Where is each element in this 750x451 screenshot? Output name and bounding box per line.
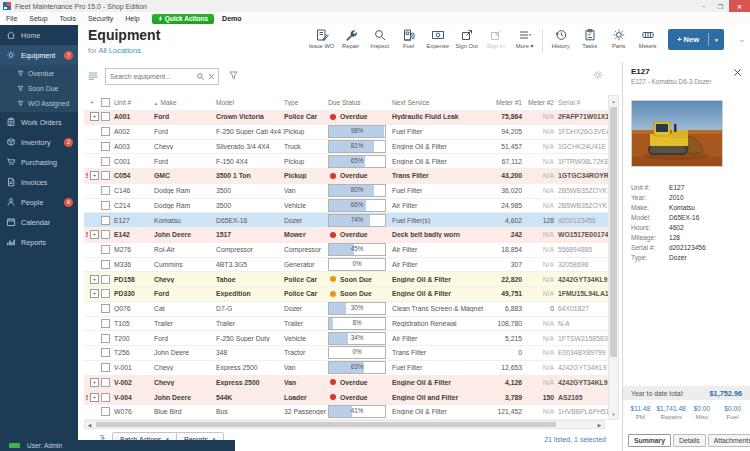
search-input[interactable] [106, 73, 196, 80]
table-row[interactable]: !+E142John Deere1517MowerOverdueDeck bel… [84, 228, 608, 243]
row-checkbox[interactable] [101, 171, 110, 180]
sidebar-item-home[interactable]: Home [0, 25, 78, 45]
table-row[interactable]: Q076CatD7-GDozer30%Clean Trans Screen & … [84, 302, 608, 317]
row-expand-toggle[interactable]: + [90, 393, 101, 402]
header-make[interactable]: ▲Make [154, 99, 216, 106]
toolbar-button-inspect[interactable]: Inspect [365, 28, 394, 49]
toolbar-button-sign-out[interactable]: Sign Out [452, 28, 481, 49]
header-due-status[interactable]: Due Status [328, 99, 392, 106]
sidebar-filter-overdue[interactable]: Overdue [0, 66, 78, 81]
table-row[interactable]: +PD330FordExpeditionPolice CarSoon DueEn… [84, 287, 608, 302]
sidebar-item-inventory[interactable]: Inventory2 [0, 132, 78, 152]
scroll-down-arrow[interactable]: ▼ [609, 409, 618, 419]
expand-plus-icon[interactable]: + [90, 289, 99, 298]
sidebar-item-reports[interactable]: Reports [0, 232, 78, 252]
row-checkbox[interactable] [101, 348, 110, 357]
header-expand-all[interactable]: + [90, 99, 101, 106]
menu-item-file[interactable]: File [0, 15, 23, 22]
menu-item-security[interactable]: Security [82, 15, 119, 22]
table-row[interactable]: T256John Deere348Tractor0%Trans Filter0N… [84, 346, 608, 361]
table-row[interactable]: M336Cummins4BT3.3G5Generator0%Air Filter… [84, 258, 608, 273]
row-checkbox[interactable] [101, 407, 110, 416]
sidebar-item-invoices[interactable]: Invoices [0, 172, 78, 192]
expand-plus-icon[interactable]: + [90, 171, 99, 180]
row-checkbox[interactable] [101, 201, 110, 210]
row-checkbox[interactable] [101, 393, 110, 402]
sidebar-item-purchasing[interactable]: Purchasing [0, 152, 78, 172]
table-row[interactable]: !+C054GMC3500 1 TonPickupOverdueTrans Fi… [84, 169, 608, 184]
table-row[interactable]: W076Blue BirdBus32 Passenger41%Engine Oi… [84, 405, 608, 420]
table-row[interactable]: +A001FordCrown VictoriaPolice CarOverdue… [84, 110, 608, 125]
clear-search-icon[interactable] [207, 72, 216, 81]
row-expand-toggle[interactable]: + [90, 230, 101, 239]
toolbar-button-parts[interactable]: Parts [604, 28, 633, 49]
header-serial[interactable]: Serial # [554, 99, 608, 106]
toolbar-button-issue-wo[interactable]: Issue WO [307, 28, 336, 49]
tab-summary[interactable]: Summary [628, 434, 671, 447]
header-model[interactable]: Model [216, 99, 284, 106]
row-checkbox[interactable] [101, 186, 110, 195]
expand-plus-icon[interactable]: + [90, 275, 99, 284]
row-checkbox[interactable] [101, 319, 110, 328]
restore-button[interactable]: ❐ [712, 0, 729, 12]
row-checkbox[interactable] [101, 230, 110, 239]
horizontal-scrollbar[interactable]: ◀ ▶ [84, 420, 605, 429]
expand-plus-icon[interactable]: + [90, 112, 99, 121]
header-unit[interactable]: Unit # [114, 99, 154, 106]
sidebar-item-calendar[interactable]: Calendar [0, 212, 78, 232]
sidebar-item-people[interactable]: People6 [0, 192, 78, 212]
table-row[interactable]: T200FordF-250 Super DutyVehicle34%Air Fi… [84, 331, 608, 346]
row-checkbox[interactable] [101, 112, 110, 121]
row-checkbox[interactable] [101, 127, 110, 136]
table-row[interactable]: C146Dodge Ram3500Van80%Fuel Filter36,020… [84, 184, 608, 199]
row-checkbox[interactable] [101, 245, 110, 254]
table-row[interactable]: C001FordF-150 4X4Pickup65%Engine Oil & F… [84, 154, 608, 169]
toolbar-button-more[interactable]: More ▾ [510, 28, 539, 49]
row-checkbox[interactable] [101, 216, 110, 225]
toolbar-overflow-chevron-icon[interactable] [738, 37, 746, 45]
search-icon[interactable] [196, 72, 205, 81]
table-row[interactable]: A003ChevySilverado 3/4 4X4Truck81%Engine… [84, 140, 608, 155]
row-checkbox[interactable] [101, 378, 110, 387]
filter-funnel-icon[interactable] [228, 70, 239, 81]
table-row[interactable]: +PD158ChevyTahoePolice CarSoon DueEngine… [84, 272, 608, 287]
row-checkbox[interactable] [101, 363, 110, 372]
select-all-checkbox[interactable] [101, 98, 110, 107]
row-checkbox[interactable] [101, 289, 110, 298]
row-checkbox[interactable] [101, 334, 110, 343]
horizontal-scroll-thumb[interactable] [96, 422, 556, 427]
table-row[interactable]: T105TrailerTrailerTrailer8%Registration … [84, 317, 608, 332]
row-expand-toggle[interactable]: + [90, 378, 101, 387]
quick-actions-button[interactable]: Quick Actions [152, 14, 214, 24]
row-checkbox[interactable] [101, 260, 110, 269]
row-expand-toggle[interactable]: + [90, 171, 101, 180]
toolbar-button-expense[interactable]: Expense [423, 28, 452, 49]
toolbar-button-history[interactable]: History [546, 28, 575, 49]
table-row[interactable]: !+V-004John Deere544KLoaderOverdueEngine… [84, 390, 608, 405]
sidebar-item-equipment[interactable]: Equipment7 [0, 45, 78, 65]
table-row[interactable]: C214Dodge Ram3500Vehicle66%Air Filter24,… [84, 199, 608, 214]
list-view-menu-icon[interactable] [87, 70, 99, 82]
expand-plus-icon[interactable]: + [90, 378, 99, 387]
table-row[interactable]: M276Rol-AirCompressorCompressor45%Air Fi… [84, 243, 608, 258]
close-button[interactable]: ✕ [729, 0, 750, 12]
table-row[interactable]: +V-002ChevyExpress 2500VanOverdueEngine … [84, 376, 608, 391]
toolbar-button-tasks[interactable]: Tasks [575, 28, 604, 49]
row-checkbox[interactable] [101, 157, 110, 166]
header-select-all-checkbox[interactable] [101, 98, 114, 107]
expand-plus-icon[interactable]: + [90, 393, 99, 402]
sidebar-filter-soon-due[interactable]: Soon Due [0, 81, 78, 96]
table-settings-gear-icon[interactable] [592, 69, 604, 81]
toolbar-button-meters[interactable]: Meters [633, 28, 662, 49]
header-meter2[interactable]: Meter #2 [528, 99, 554, 106]
all-locations-link[interactable]: All Locations [98, 46, 141, 55]
scroll-up-arrow[interactable]: ▲ [609, 96, 618, 106]
row-checkbox[interactable] [101, 275, 110, 284]
panel-close-icon[interactable] [732, 67, 743, 78]
menu-item-demo[interactable]: Demo [222, 15, 241, 22]
header-meter1[interactable]: Meter #1 [484, 99, 528, 106]
table-row[interactable]: V-001ChevyExpress 2500Van63%Fuel Filter1… [84, 361, 608, 376]
scroll-right-arrow[interactable]: ▶ [595, 422, 604, 428]
new-button[interactable]: + New▼ [668, 29, 724, 50]
header-next-service[interactable]: Next Service [392, 99, 484, 106]
